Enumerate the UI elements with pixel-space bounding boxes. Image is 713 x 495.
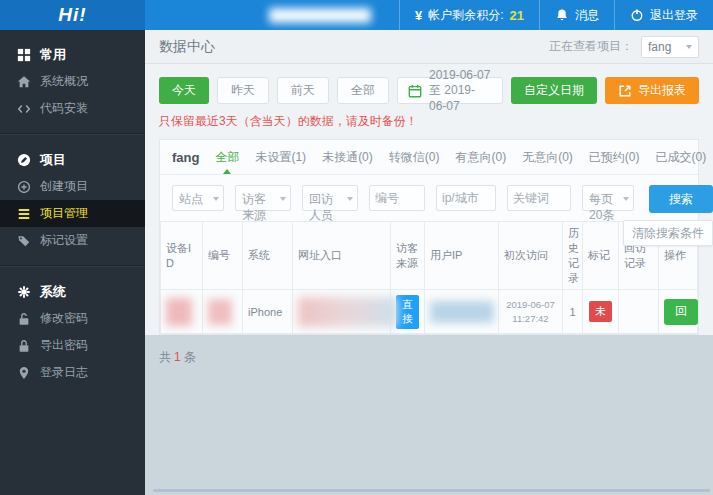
total-suffix: 条 <box>184 350 196 364</box>
sidebar-item-change-password[interactable]: 修改密码 <box>0 305 145 332</box>
plus-circle-icon <box>17 180 31 194</box>
tab-not-connected[interactable]: 未接通(0) <box>322 149 373 166</box>
visitor-source-select[interactable]: 访客来源 <box>235 185 291 211</box>
export-report-button[interactable]: 导出报表 <box>605 77 699 104</box>
data-panel: 今天 昨天 前天 全部 2019-06-07 至 2019-06-07 自定义日… <box>145 64 713 335</box>
messages-label: 消息 <box>575 7 599 24</box>
sidebar-item-system-overview[interactable]: 系统概况 <box>0 68 145 95</box>
date-range-picker[interactable]: 2019-06-07 至 2019-06-07 <box>397 77 503 104</box>
section-title: 项目 <box>40 151 66 169</box>
mark-badge: 未 <box>589 301 612 322</box>
clear-search-button[interactable]: 清除搜索条件 <box>623 220 713 246</box>
status-tabs: fang 全部 未设置(1) 未接通(0) 转微信(0) 有意向(0) 无意向(… <box>160 140 698 175</box>
page-size-select[interactable]: 每页20条 <box>582 185 634 211</box>
app-logo: Hi! <box>0 0 145 30</box>
points-label: 帐户剩余积分: <box>428 7 503 24</box>
page-title: 数据中心 <box>159 38 215 56</box>
col-user-ip: 用户IP <box>425 222 499 290</box>
tab-unset[interactable]: 未设置(1) <box>255 149 306 166</box>
sidebar-item-label: 导出密码 <box>40 337 88 354</box>
first-visit-time: 11:27:42 <box>512 313 548 324</box>
device-id-redacted <box>166 298 192 326</box>
sidebar-item-label: 创建项目 <box>40 178 88 195</box>
grid-icon <box>17 48 31 62</box>
first-visit-date: 2019-06-07 <box>506 299 555 310</box>
sidebar-section-common: 常用 <box>0 42 145 68</box>
code-icon <box>17 102 31 116</box>
site-select[interactable]: 站点 <box>172 185 224 211</box>
lock-icon <box>17 339 31 353</box>
quick-date-daybefore-button[interactable]: 前天 <box>277 77 329 104</box>
tab-interested[interactable]: 有意向(0) <box>455 149 506 166</box>
tab-to-wechat[interactable]: 转微信(0) <box>389 149 440 166</box>
quick-date-today-button[interactable]: 今天 <box>159 77 209 104</box>
export-report-label: 导出报表 <box>638 82 686 99</box>
callback-person-select[interactable]: 回访人员 <box>302 185 358 211</box>
sidebar: 常用 系统概况 代码安装 项目 创建项目 项目管理 标记设置 <box>0 30 145 495</box>
edit-circle-icon <box>17 153 31 167</box>
username-redacted <box>269 8 371 23</box>
tab-not-interested[interactable]: 无意向(0) <box>522 149 573 166</box>
logout-label: 退出登录 <box>650 7 698 24</box>
sidebar-item-login-log[interactable]: 登录日志 <box>0 359 145 386</box>
top-bar-right: ¥ 帐户剩余积分: 21 消息 退出登录 <box>145 0 713 30</box>
table-row: iPhone 直接 2019-06-07 11:27:42 1 未 回 <box>161 290 698 334</box>
calendar-icon <box>408 84 422 98</box>
sidebar-item-label: 项目管理 <box>40 205 88 222</box>
cell-system: iPhone <box>243 290 293 334</box>
callback-button[interactable]: 回 <box>664 299 698 325</box>
col-url-entry: 网址入口 <box>293 222 391 290</box>
quick-date-yesterday-button[interactable]: 昨天 <box>217 77 269 104</box>
viewing-project-label: 正在查看项目： <box>549 38 633 55</box>
yen-icon: ¥ <box>415 8 422 23</box>
cell-number <box>203 290 243 334</box>
project-select[interactable]: fang <box>641 36 699 58</box>
cell-mark: 未 <box>583 290 619 334</box>
col-mark: 标记 <box>583 222 619 290</box>
home-icon <box>17 75 31 89</box>
cell-device-id <box>161 290 203 334</box>
quick-date-all-button[interactable]: 全部 <box>337 77 389 104</box>
url-entry-redacted <box>298 297 398 327</box>
tab-reserved[interactable]: 已预约(0) <box>589 149 640 166</box>
chevron-down-icon <box>686 45 692 52</box>
logout-button[interactable]: 退出登录 <box>615 0 713 30</box>
search-button[interactable]: 搜索 <box>649 185 713 213</box>
keyword-input[interactable] <box>507 185 571 211</box>
page-header: 数据中心 正在查看项目： fang <box>145 30 713 64</box>
project-select-value: fang <box>648 40 671 54</box>
points-value: 21 <box>510 8 524 23</box>
sidebar-item-tag-settings[interactable]: 标记设置 <box>0 227 145 254</box>
sidebar-section-project: 项目 <box>0 147 145 173</box>
visitor-source-value: 访客来源 <box>236 186 290 223</box>
search-actions: 搜索 清除搜索条件 <box>649 185 713 213</box>
messages-button[interactable]: 消息 <box>540 0 614 30</box>
custom-date-button[interactable]: 自定义日期 <box>511 77 597 104</box>
ip-city-input[interactable] <box>436 185 496 211</box>
total-prefix: 共 <box>159 350 171 364</box>
pin-icon <box>17 366 31 380</box>
site-select-value: 站点 <box>173 186 223 207</box>
number-input[interactable] <box>369 185 425 211</box>
points-display: ¥ 帐户剩余积分: 21 <box>400 0 539 30</box>
retention-warning: 只保留最近3天（含当天）的数据，请及时备份！ <box>159 113 699 130</box>
cell-actions: 回 <box>659 290 698 334</box>
tab-closed[interactable]: 已成交(0) <box>655 149 706 166</box>
number-redacted <box>208 299 232 325</box>
sidebar-item-project-management[interactable]: 项目管理 <box>0 200 145 227</box>
total-value: 1 <box>174 350 181 364</box>
total-count: 共1条 <box>145 335 713 366</box>
sidebar-item-create-project[interactable]: 创建项目 <box>0 173 145 200</box>
cell-callback-record <box>619 290 659 334</box>
sidebar-item-label: 系统概况 <box>40 73 88 90</box>
tab-all[interactable]: 全部 <box>215 149 239 166</box>
power-icon <box>630 8 644 22</box>
user-ip-redacted <box>430 301 494 323</box>
sidebar-item-code-install[interactable]: 代码安装 <box>0 95 145 122</box>
col-number: 编号 <box>203 222 243 290</box>
sidebar-item-label: 修改密码 <box>40 310 88 327</box>
sidebar-item-export-password[interactable]: 导出密码 <box>0 332 145 359</box>
main-content: 数据中心 正在查看项目： fang 今天 昨天 前天 全部 2019-06-07… <box>145 30 713 495</box>
callback-person-value: 回访人员 <box>303 186 357 223</box>
section-title: 系统 <box>40 283 66 301</box>
